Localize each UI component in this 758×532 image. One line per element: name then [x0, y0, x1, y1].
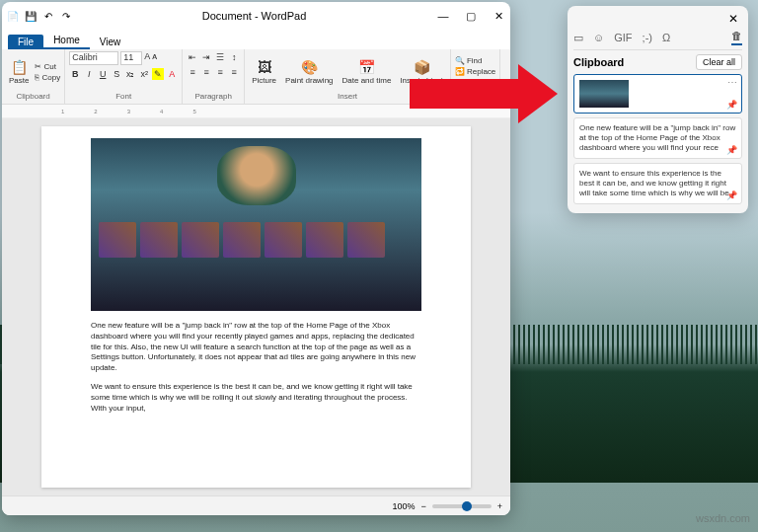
paragraph-1[interactable]: One new feature will be a "jump back in"…: [91, 321, 421, 374]
clear-all-button[interactable]: Clear all: [696, 54, 742, 70]
bold-button[interactable]: B: [69, 68, 81, 80]
insert-datetime-button[interactable]: 📅Date and time: [340, 58, 395, 86]
font-size-select[interactable]: 11: [120, 51, 142, 65]
clipboard-item[interactable]: We want to ensure this experience is the…: [573, 163, 742, 204]
zoom-out-button[interactable]: −: [420, 501, 425, 511]
inc-indent-icon[interactable]: ⇥: [200, 51, 212, 63]
annotation-arrow: [410, 64, 568, 123]
pin-icon[interactable]: 📌: [726, 145, 737, 156]
save-icon[interactable]: 💾: [24, 9, 38, 23]
grow-font-icon[interactable]: A: [144, 51, 150, 65]
clipboard-item[interactable]: ⋯ 📌: [573, 74, 742, 114]
zoom-in-button[interactable]: +: [497, 501, 502, 511]
group-paragraph: ⇤ ⇥ ☰ ↕ ≡ ≡ ≡ ≡ Paragraph: [183, 49, 245, 104]
italic-button[interactable]: I: [83, 68, 95, 80]
justify-icon[interactable]: ≡: [228, 66, 240, 78]
tab-file[interactable]: File: [8, 35, 43, 49]
tab-view[interactable]: View: [90, 35, 131, 49]
status-bar: 100% − +: [2, 495, 510, 515]
insert-picture-button[interactable]: 🖼Picture: [249, 58, 279, 86]
font-name-select[interactable]: Calibri: [69, 51, 118, 65]
group-clipboard: 📋Paste ✂ Cut ⎘ Copy Clipboard: [2, 49, 65, 104]
clipboard-close-button[interactable]: ✕: [724, 12, 742, 26]
more-icon[interactable]: ⋯: [727, 77, 737, 90]
superscript-button[interactable]: x²: [138, 68, 150, 80]
document-area: One new feature will be a "jump back in"…: [2, 118, 510, 495]
paste-button[interactable]: 📋Paste: [6, 58, 32, 86]
align-right-icon[interactable]: ≡: [214, 66, 226, 78]
wordpad-titlebar: 📄 💾 ↶ ↷ Document - WordPad — ▢ ✕: [2, 2, 510, 30]
clip-text: We want to ensure this experience is the…: [579, 169, 736, 198]
zoom-level: 100%: [392, 501, 415, 511]
clip-image-thumb: [579, 80, 629, 108]
zoom-slider[interactable]: [432, 504, 492, 508]
clipboard-tab-icon[interactable]: ▭: [573, 32, 583, 44]
clipboard-toolbar: ▭ ☺ GIF ;-) Ω 🗑: [573, 30, 742, 50]
dec-indent-icon[interactable]: ⇤: [187, 51, 198, 63]
ribbon-tabs: File Home View: [2, 30, 510, 49]
clipboard-panel: ✕ ▭ ☺ GIF ;-) Ω 🗑 Clipboard Clear all ⋯ …: [568, 6, 748, 213]
window-title: Document - WordPad: [73, 10, 435, 22]
font-color-icon[interactable]: A: [166, 68, 178, 80]
subscript-button[interactable]: x₂: [124, 68, 136, 80]
undo-icon[interactable]: ↶: [41, 9, 55, 23]
maximize-button[interactable]: ▢: [463, 10, 479, 23]
symbols-tab-icon[interactable]: Ω: [662, 32, 670, 43]
quick-access-toolbar: 📄 💾 ↶ ↷: [6, 9, 73, 23]
align-center-icon[interactable]: ≡: [200, 66, 212, 78]
paragraph-2[interactable]: We want to ensure this experience is the…: [91, 382, 421, 414]
kaomoji-tab-icon[interactable]: ;-): [643, 32, 652, 43]
line-spacing-icon[interactable]: ↕: [228, 51, 240, 63]
tab-home[interactable]: Home: [43, 33, 90, 49]
embedded-image[interactable]: [91, 138, 421, 311]
page[interactable]: One new feature will be a "jump back in"…: [41, 126, 471, 488]
redo-icon[interactable]: ↷: [59, 9, 73, 23]
watermark: wsxdn.com: [696, 512, 750, 524]
minimize-button[interactable]: —: [435, 10, 451, 22]
clipboard-history-icon[interactable]: 🗑: [731, 30, 742, 45]
align-left-icon[interactable]: ≡: [187, 66, 198, 78]
insert-paint-button[interactable]: 🎨Paint drawing: [282, 58, 336, 86]
pin-icon[interactable]: 📌: [726, 190, 737, 201]
clip-text: One new feature will be a "jump back in"…: [579, 123, 736, 153]
bullets-icon[interactable]: ☰: [214, 51, 226, 63]
group-font: Calibri 11 A ᴀ B I U S x₂ x² ✎ A Font: [65, 49, 183, 104]
emoji-tab-icon[interactable]: ☺: [593, 32, 604, 43]
cut-button[interactable]: ✂ Cut: [35, 62, 60, 71]
pin-icon[interactable]: 📌: [726, 100, 737, 111]
clipboard-title: Clipboard: [573, 56, 624, 68]
strike-button[interactable]: S: [111, 68, 122, 80]
shrink-font-icon[interactable]: ᴀ: [152, 51, 157, 65]
highlight-icon[interactable]: ✎: [152, 68, 164, 80]
underline-button[interactable]: U: [97, 68, 109, 80]
close-button[interactable]: ✕: [491, 10, 506, 23]
copy-button[interactable]: ⎘ Copy: [35, 73, 60, 82]
gif-tab-icon[interactable]: GIF: [614, 32, 632, 43]
clipboard-item[interactable]: One new feature will be a "jump back in"…: [573, 117, 742, 159]
wordpad-icon: 📄: [6, 9, 20, 23]
